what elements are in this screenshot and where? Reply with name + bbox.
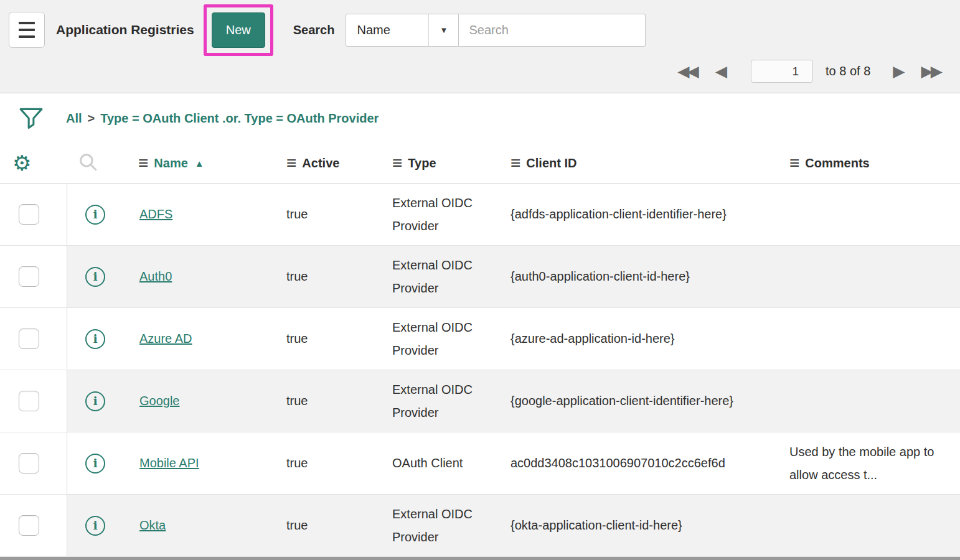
cell-active: true — [286, 514, 392, 537]
page-title: Application Registries — [56, 22, 194, 37]
record-name-link[interactable]: Mobile API — [139, 456, 199, 470]
cell-type: External OIDC Provider — [392, 192, 511, 238]
record-name-link[interactable]: Google — [139, 394, 180, 408]
pagination-range-text: to 8 of 8 — [826, 64, 870, 78]
table-row: i Azure AD true External OIDC Provider {… — [0, 308, 960, 370]
cell-type: External OIDC Provider — [392, 254, 511, 300]
cell-active: true — [286, 265, 392, 288]
search-field-select[interactable]: Name ▼ — [346, 14, 459, 47]
cell-client-id: {okta-application-client-id-here} — [511, 514, 789, 537]
breadcrumb-all-link[interactable]: All — [66, 111, 82, 126]
cell-active: true — [286, 390, 392, 413]
table-row: i Google true External OIDC Provider {go… — [0, 370, 960, 432]
prev-page-button[interactable]: ◀ — [712, 63, 731, 79]
table-body: i ADFS true External OIDC Provider {adfd… — [0, 184, 960, 557]
row-checkbox[interactable] — [19, 266, 39, 287]
cell-type: External OIDC Provider — [392, 378, 511, 424]
search-icon[interactable] — [77, 151, 98, 175]
record-name-link[interactable]: Okta — [139, 518, 166, 532]
row-checkbox[interactable] — [19, 453, 39, 474]
pagination: ◀◀ ◀ to 8 of 8 ▶ ▶▶ — [665, 60, 946, 83]
new-button[interactable]: New — [212, 12, 265, 48]
row-checkbox[interactable] — [19, 204, 39, 225]
annotation-highlight-box: New — [204, 4, 273, 56]
breadcrumb: All > Type = OAuth Client .or. Type = OA… — [66, 111, 379, 126]
breadcrumb-filter-condition-link[interactable]: Type = OAuth Client .or. Type = OAuth Pr… — [100, 111, 379, 126]
column-header-client-id[interactable]: ≡ Client ID — [511, 154, 789, 172]
filter-funnel-icon[interactable] — [19, 106, 44, 130]
cell-type: External OIDC Provider — [392, 503, 511, 549]
info-icon[interactable]: i — [85, 454, 105, 474]
breadcrumb-separator: > — [88, 111, 95, 126]
table-row: i Mobile API true OAuth Client ac0dd3408… — [0, 432, 960, 495]
cell-comments: Used by the mobile app to allow access t… — [789, 441, 960, 487]
column-header-active[interactable]: ≡ Active — [286, 154, 392, 172]
cell-active: true — [286, 452, 392, 475]
info-icon[interactable]: i — [85, 329, 105, 349]
cell-client-id: ac0dd3408c1031006907010c2cc6ef6d — [511, 452, 789, 475]
first-page-button[interactable]: ◀◀ — [674, 63, 702, 79]
search-field-selected-value: Name — [346, 14, 428, 46]
row-checkbox[interactable] — [19, 329, 39, 349]
info-icon[interactable]: i — [85, 205, 105, 225]
search-input[interactable] — [459, 14, 646, 47]
sort-ascending-icon: ▲ — [195, 158, 204, 169]
row-checkbox[interactable] — [19, 515, 39, 536]
next-page-button[interactable]: ▶ — [889, 63, 908, 79]
chevron-down-icon: ▼ — [428, 14, 458, 46]
table-row: i ADFS true External OIDC Provider {adfd… — [0, 184, 960, 246]
info-icon[interactable]: i — [85, 267, 105, 287]
column-menu-icon[interactable]: ≡ — [286, 154, 296, 172]
table-row: i Okta true External OIDC Provider {okta… — [0, 495, 960, 557]
cell-active: true — [286, 203, 392, 226]
cell-client-id: {google-application-client-identifier-he… — [511, 390, 789, 413]
cell-client-id: {adfds-application-client-identifier-her… — [511, 203, 789, 226]
list-context-menu-button[interactable] — [9, 12, 45, 48]
record-name-link[interactable]: Azure AD — [139, 332, 192, 345]
column-header-comments[interactable]: ≡ Comments — [789, 154, 960, 172]
row-checkbox[interactable] — [19, 391, 39, 411]
filter-breadcrumb-bar: All > Type = OAuth Client .or. Type = OA… — [0, 93, 960, 143]
cell-client-id: {auth0-application-client-id-here} — [511, 265, 789, 288]
table-header-row: ⚙ ≡ Name ▲ ≡ Active ≡ Type ≡ Client ID ≡… — [0, 143, 960, 184]
cell-type: OAuth Client — [392, 452, 511, 475]
cell-type: External OIDC Provider — [392, 316, 511, 362]
cell-client-id: {azure-ad-application-id-here} — [511, 327, 789, 350]
column-menu-icon[interactable]: ≡ — [511, 154, 520, 172]
column-menu-icon[interactable]: ≡ — [392, 154, 402, 172]
list-header: Application Registries New Search Name ▼… — [0, 0, 960, 93]
record-name-link[interactable]: ADFS — [139, 207, 172, 221]
column-header-type[interactable]: ≡ Type — [392, 154, 511, 172]
cell-active: true — [286, 327, 392, 350]
bottom-border — [0, 557, 960, 560]
record-name-link[interactable]: Auth0 — [139, 269, 172, 283]
hamburger-icon — [19, 20, 35, 40]
column-menu-icon[interactable]: ≡ — [789, 154, 799, 172]
info-icon[interactable]: i — [85, 516, 105, 536]
last-page-button[interactable]: ▶▶ — [918, 63, 946, 79]
info-icon[interactable]: i — [85, 391, 105, 411]
gear-icon[interactable]: ⚙ — [12, 152, 31, 174]
page-number-input[interactable] — [751, 60, 813, 83]
column-menu-icon[interactable]: ≡ — [138, 154, 148, 172]
search-label: Search — [293, 23, 335, 37]
table-row: i Auth0 true External OIDC Provider {aut… — [0, 246, 960, 308]
column-header-name[interactable]: ≡ Name ▲ — [138, 154, 286, 172]
